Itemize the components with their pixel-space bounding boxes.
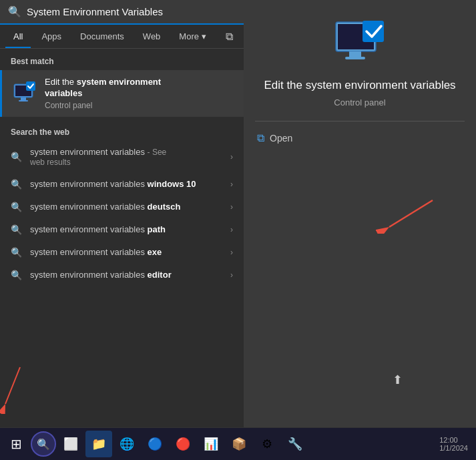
search-panel: 🔍 All Apps Documents Web More ▾ [0,0,244,427]
tab-all[interactable]: All [5,25,31,48]
file-explorer-icon: 📁 [91,437,106,451]
taskbar-package[interactable]: 📦 [226,431,252,457]
tool-icon: 🔧 [288,437,302,451]
taskbar-search-button[interactable]: 🔍 [31,431,56,457]
search-icon-3: 🔍 [11,202,22,212]
red-app-icon: 🔴 [176,437,190,451]
web-item-2[interactable]: 🔍 system environment variables windows 1… [0,173,244,196]
open-external-icon: ⧉ [257,132,264,144]
tab-apps[interactable]: Apps [33,25,69,48]
chevron-icon-3: › [230,202,233,212]
best-match-item[interactable]: Edit the system environmentvariables Con… [0,70,244,117]
web-item-text-6: system environment variables editor [30,270,222,280]
open-button[interactable]: ⧉ Open [244,132,292,144]
search-icon-6: 🔍 [11,270,22,280]
web-item-1[interactable]: 🔍 system environment variables - Seeweb … [0,141,244,173]
start-button[interactable]: ⊞ [3,431,29,457]
windows-icon[interactable]: ⧉ [220,25,238,48]
search-bar: 🔍 [0,0,244,25]
tab-more[interactable]: More ▾ [171,25,214,48]
svg-line-15 [389,200,433,227]
web-item-text-4: system environment variables path [30,224,222,234]
windows-logo-icon: ⊞ [11,436,22,452]
web-item-4[interactable]: 🔍 system environment variables path › [0,218,244,241]
taskbar-edge[interactable]: 🌐 [113,431,140,457]
task-view-icon: ⬜ [63,437,78,451]
search-icon: 🔍 [8,5,21,18]
search-icon-2: 🔍 [11,179,22,190]
best-match-label: Best match [0,49,244,70]
chevron-icon-4: › [230,225,233,234]
chevron-icon-5: › [230,248,233,257]
chevron-icon-1: › [230,152,233,162]
taskbar-search-icon: 🔍 [37,438,50,451]
taskbar-chrome[interactable]: 🔵 [142,431,168,457]
taskbar-settings[interactable]: ⚙ [254,431,280,457]
taskbar-powerpoint[interactable]: 📊 [198,431,224,457]
taskbar-file-explorer[interactable]: 📁 [85,431,112,457]
search-icon-5: 🔍 [11,247,22,258]
svg-rect-5 [19,100,28,101]
panel-divider [255,121,464,122]
web-search-label: Search the web [0,120,244,141]
app-subtitle: Control panel [334,97,385,107]
taskbar-red-icon[interactable]: 🔴 [170,431,196,457]
cursor: ⬆ [393,373,403,387]
app-title: Edit the system environment variables [250,77,469,93]
web-item-text-1: system environment variables - Seeweb re… [30,147,222,167]
best-match-subtitle: Control panel [45,101,161,110]
package-icon: 📦 [232,437,246,451]
best-match-title: Edit the system environmentvariables [45,77,161,99]
svg-rect-12 [345,57,365,59]
right-arrow-annotation [376,194,436,234]
svg-rect-4 [21,97,26,100]
taskbar-clock: 12:001/1/2024 [439,436,473,452]
web-item-6[interactable]: 🔍 system environment variables editor › [0,264,244,286]
chrome-icon: 🔵 [148,437,162,451]
chevron-icon-6: › [230,270,233,280]
taskbar-task-view[interactable]: ⬜ [57,431,84,457]
web-search-list: 🔍 system environment variables - Seeweb … [0,141,244,286]
chevron-icon-2: › [230,180,233,189]
taskbar-tool[interactable]: 🔧 [282,431,308,457]
tab-documents[interactable]: Documents [72,25,132,48]
settings-icon: ⚙ [262,437,272,451]
svg-rect-11 [349,51,361,57]
search-icon-1: 🔍 [11,152,22,162]
search-input[interactable] [27,6,236,17]
tabs-bar: All Apps Documents Web More ▾ ⧉ [0,25,244,49]
best-match-text: Edit the system environmentvariables Con… [45,77,161,110]
powerpoint-icon: 📊 [204,437,218,451]
tab-web[interactable]: Web [135,25,169,48]
app-icon [13,81,37,105]
web-item-5[interactable]: 🔍 system environment variables exe › [0,241,244,264]
web-item-3[interactable]: 🔍 system environment variables deutsch › [0,196,244,218]
web-item-text-5: system environment variables exe [30,247,222,257]
edge-icon: 🌐 [120,437,134,451]
app-icon-large [333,20,387,67]
web-item-text-3: system environment variables deutsch [30,202,222,212]
web-item-text-2: system environment variables windows 10 [30,179,222,189]
taskbar: ⊞ 🔍 ⬜ 📁 🌐 🔵 🔴 📊 📦 ⚙ 🔧 12:001/1/2024 [0,427,476,460]
right-panel: Edit the system environment variables Co… [244,0,476,427]
search-icon-4: 🔍 [11,224,22,235]
